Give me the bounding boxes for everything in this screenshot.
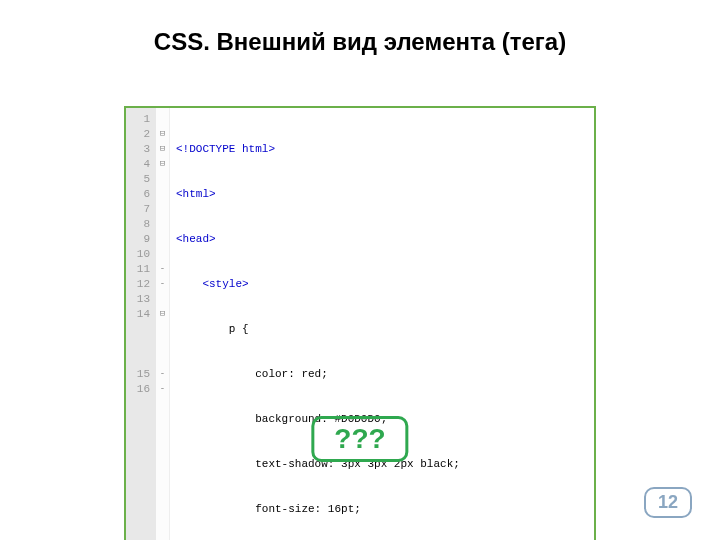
page-number: 12: [644, 487, 692, 518]
code-line: <html>: [176, 187, 548, 202]
code-line: <!DOCTYPE html>: [176, 142, 548, 157]
code-line: color: red;: [176, 367, 548, 382]
slide-title: CSS. Внешний вид элемента (тега): [0, 28, 720, 56]
code-line: font-size: 16pt;: [176, 502, 548, 517]
code-content: <!DOCTYPE html> <html> <head> <style> p …: [170, 108, 554, 540]
code-line: p {: [176, 322, 548, 337]
code-block: 1 2 3 4 5 6 7 8 9 10 11 12 13 14 15 16 ⊟…: [124, 106, 596, 540]
question-callout: ???: [311, 416, 408, 462]
fold-gutter: ⊟ ⊟ ⊟ - - ⊟ - -: [156, 108, 170, 540]
code-line: <head>: [176, 232, 548, 247]
code-line: <style>: [176, 277, 548, 292]
line-number-gutter: 1 2 3 4 5 6 7 8 9 10 11 12 13 14 15 16: [126, 108, 156, 540]
